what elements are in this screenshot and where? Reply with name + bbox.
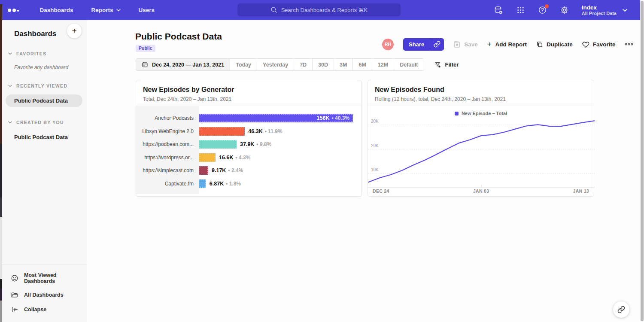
org-switcher-text: Index All Project Data xyxy=(582,4,617,16)
bar-category-label: https://simplecast.com xyxy=(136,167,199,173)
sidebar-footer: Most Viewed Dashboards All Dashboards Co… xyxy=(2,264,87,322)
sidebar: Dashboards + FAVORITES Favorite any dash… xyxy=(2,20,87,322)
bar-area: 156K• 40.3% xyxy=(199,114,362,122)
filter-icon xyxy=(434,61,441,68)
sidebar-section-recent-header[interactable]: RECENTLY VIEWED xyxy=(2,83,87,88)
header-actions: RH Share Save + Add Report Duplicate Fav… xyxy=(382,38,633,50)
save-icon xyxy=(453,41,461,48)
bar-value-label: 9.17K xyxy=(212,167,226,173)
line-plot[interactable]: 10K20K30K xyxy=(368,106,595,197)
date-range-value: Dec 24, 2020 — Jan 13, 2021 xyxy=(152,62,224,68)
more-options-button[interactable] xyxy=(625,43,633,46)
bar-category-label: Libsyn WebEngine 2.0 xyxy=(136,128,199,134)
bar-percent-label: • 2.4% xyxy=(228,167,243,173)
bar[interactable] xyxy=(199,179,206,188)
bar-percent-label: • 4.3% xyxy=(235,155,250,161)
preset-3m[interactable]: 3M xyxy=(334,59,352,70)
bar-chart-header: New Episodes by Generator Total, Dec 24t… xyxy=(136,80,361,106)
sidebar-section-favorites: FAVORITES Favorite any dashboard xyxy=(2,51,87,70)
global-search-input[interactable]: Search Dashboards & Reports ⌘K xyxy=(237,3,401,16)
bar[interactable] xyxy=(199,153,216,162)
logo-dot xyxy=(12,9,16,12)
bar[interactable] xyxy=(199,127,245,136)
add-dashboard-button[interactable]: + xyxy=(67,24,82,38)
preset-30d[interactable]: 30D xyxy=(312,59,334,70)
x-tick-label: JAN 13 xyxy=(573,188,589,194)
sidebar-header: Dashboards + xyxy=(2,20,87,38)
bar[interactable]: 156K• 40.3% xyxy=(199,114,353,122)
preset-default[interactable]: Default xyxy=(394,59,423,70)
svg-text:10K: 10K xyxy=(371,167,379,172)
share-link-button[interactable] xyxy=(430,38,444,51)
sidebar-section-label: CREATED BY YOU xyxy=(16,120,64,125)
preset-7d[interactable]: 7D xyxy=(294,59,312,70)
preset-6m[interactable]: 6M xyxy=(352,59,371,70)
bar-value-label: 46.3K xyxy=(248,128,262,134)
avatar[interactable]: RH xyxy=(382,39,394,50)
collapse-label: Collapse xyxy=(24,307,46,313)
sidebar-title: Dashboards xyxy=(14,30,56,38)
settings-icon[interactable] xyxy=(560,6,569,15)
bar-percent-label: • 1.8% xyxy=(226,181,241,187)
nav-item-users[interactable]: Users xyxy=(131,7,162,13)
floating-link-button[interactable] xyxy=(613,301,629,318)
search-placeholder: Search Dashboards & Reports ⌘K xyxy=(281,7,368,13)
bar-row: https://wordpress.or...16.6K• 4.3% xyxy=(136,151,361,164)
sidebar-section-favorites-header[interactable]: FAVORITES xyxy=(2,51,87,56)
link-icon xyxy=(434,41,440,48)
preset-yesterday[interactable]: Yesterday xyxy=(257,59,294,70)
collapse-sidebar-button[interactable]: Collapse xyxy=(2,302,87,317)
most-viewed-dashboards-button[interactable]: Most Viewed Dashboards xyxy=(2,269,87,288)
bar-row: https://simplecast.com9.17K• 2.4% xyxy=(136,164,361,177)
sidebar-item-public-podcast-data-2[interactable]: Public Podcast Data xyxy=(6,131,82,143)
svg-text:20K: 20K xyxy=(371,143,379,148)
add-report-button[interactable]: + Add Report xyxy=(487,40,527,49)
plus-icon: + xyxy=(487,40,492,49)
nav-item-reports[interactable]: Reports xyxy=(84,7,128,13)
filter-button[interactable]: Filter xyxy=(434,61,459,68)
nav-right: Index All Project Data xyxy=(494,0,627,20)
page-scrollbar[interactable] xyxy=(640,0,644,322)
apps-grid-icon[interactable] xyxy=(516,6,525,15)
line-chart-subtitle: Rolling (12 hours), total, Dec 24th, 202… xyxy=(375,96,587,102)
top-nav: Dashboards Reports Users Search Dashboar… xyxy=(0,0,640,20)
collapse-icon xyxy=(11,306,18,313)
sidebar-item-public-podcast-data[interactable]: Public Podcast Data xyxy=(6,94,82,107)
date-range-button[interactable]: Dec 24, 2020 — Jan 13, 2021 xyxy=(136,59,230,70)
date-toolbar: Dec 24, 2020 — Jan 13, 2021 Today Yester… xyxy=(136,58,459,71)
sidebar-section-created-header[interactable]: CREATED BY YOU xyxy=(2,120,87,125)
bar[interactable] xyxy=(199,166,208,175)
heart-icon xyxy=(582,41,589,48)
share-split-button: Share xyxy=(403,38,444,51)
bar-rows: Anchor Podcasts156K• 40.3%Libsyn WebEngi… xyxy=(136,106,361,196)
data-sources-icon[interactable] xyxy=(494,6,503,15)
preset-today[interactable]: Today xyxy=(230,59,257,70)
favorite-button[interactable]: Favorite xyxy=(582,41,616,48)
bar-chart-title: New Episodes by Generator xyxy=(143,86,355,94)
background-window-sliver xyxy=(0,4,2,322)
bar-percent-label: • 9.8% xyxy=(256,141,271,147)
app-logo[interactable] xyxy=(8,9,19,12)
save-button[interactable]: Save xyxy=(453,41,478,48)
scrollbar-thumb[interactable] xyxy=(641,1,644,321)
calendar-icon xyxy=(142,61,148,68)
bar-value-label: 6.87K xyxy=(210,181,224,187)
org-switcher[interactable]: Index All Project Data xyxy=(582,4,627,16)
x-axis-labels: DEC 24 JAN 03 JAN 13 xyxy=(368,188,594,194)
bar[interactable] xyxy=(199,140,237,149)
nav-item-dashboards[interactable]: Dashboards xyxy=(33,7,81,13)
nav-left: Dashboards Reports Users xyxy=(0,7,162,13)
duplicate-label: Duplicate xyxy=(547,41,573,48)
help-icon[interactable] xyxy=(538,6,547,15)
bar-row: Captivate.fm6.87K• 1.8% xyxy=(136,177,361,191)
chevron-down-icon xyxy=(8,85,12,87)
more-icon xyxy=(625,43,633,46)
add-report-label: Add Report xyxy=(495,41,527,48)
sidebar-section-label: FAVORITES xyxy=(16,51,46,56)
share-button[interactable]: Share xyxy=(403,38,430,51)
org-scope: All Project Data xyxy=(582,11,617,16)
preset-12m[interactable]: 12M xyxy=(372,59,394,70)
duplicate-button[interactable]: Duplicate xyxy=(536,41,573,48)
all-dashboards-button[interactable]: All Dashboards xyxy=(2,288,87,302)
sidebar-section-recent: RECENTLY VIEWED Public Podcast Data xyxy=(2,83,87,107)
